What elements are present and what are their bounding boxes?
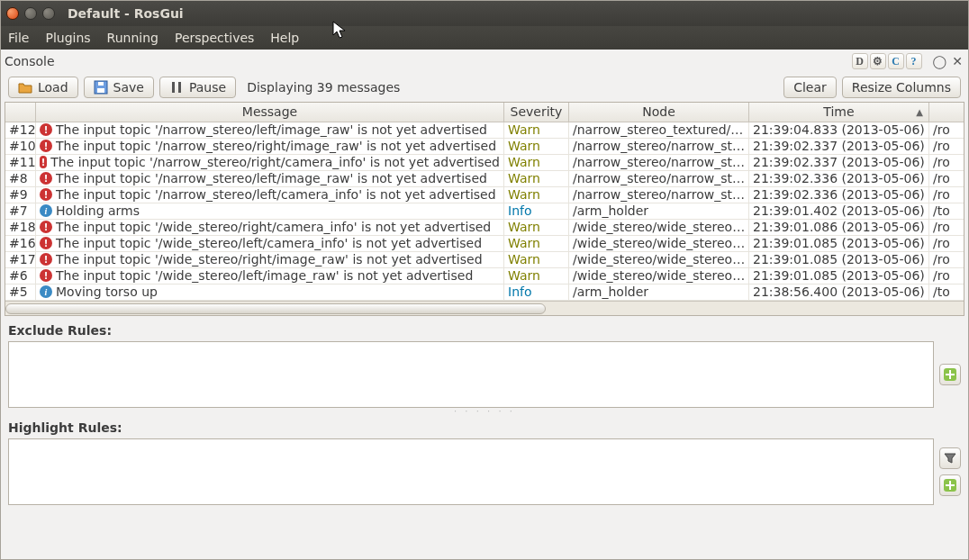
- window-close-button[interactable]: [6, 7, 19, 20]
- load-button[interactable]: Load: [8, 77, 78, 98]
- row-num: #7: [5, 203, 36, 219]
- table-row[interactable]: #8!The input topic '/narrow_stereo/left/…: [5, 171, 964, 187]
- row-extra: /ro: [929, 139, 964, 154]
- row-extra: /ro: [929, 122, 964, 138]
- row-time: 21:39:01.402 (2013-05-06): [749, 203, 929, 219]
- exclamation-icon: !: [40, 221, 52, 233]
- col-time[interactable]: Time▲: [749, 103, 929, 122]
- row-severity: Warn: [504, 268, 569, 284]
- row-message: !The input topic '/narrow_stereo/right/c…: [36, 155, 504, 170]
- row-extra: /ro: [929, 187, 964, 203]
- row-node: /wide_stereo/wide_stereo…: [569, 252, 749, 267]
- clear-button[interactable]: Clear: [783, 77, 837, 98]
- help-icon[interactable]: ?: [906, 53, 922, 69]
- row-message: !The input topic '/wide_stereo/left/came…: [36, 236, 504, 251]
- exclude-rules-label: Exclude Rules:: [1, 316, 968, 341]
- sort-asc-icon: ▲: [916, 107, 923, 117]
- window-minimize-button[interactable]: [24, 7, 37, 20]
- app-window: Default - RosGui File Plugins Running Pe…: [0, 0, 969, 560]
- row-severity: Warn: [504, 139, 569, 154]
- col-message[interactable]: Message: [36, 103, 504, 122]
- clear-button-label: Clear: [793, 80, 827, 95]
- plus-icon: [944, 479, 956, 492]
- save-button[interactable]: Save: [84, 77, 154, 98]
- row-time: 21:39:02.337 (2013-05-06): [749, 139, 929, 154]
- row-message: !The input topic '/wide_stereo/left/imag…: [36, 268, 504, 284]
- row-message: iHolding arms: [36, 203, 504, 219]
- svg-rect-4: [178, 82, 181, 93]
- row-time: 21:39:02.336 (2013-05-06): [749, 187, 929, 203]
- highlight-rules-label: Highlight Rules:: [1, 413, 968, 438]
- row-time: 21:39:02.336 (2013-05-06): [749, 171, 929, 186]
- gear-icon[interactable]: ⚙: [870, 53, 886, 69]
- filter-icon: [944, 452, 956, 465]
- resize-columns-label: Resize Columns: [852, 80, 951, 95]
- add-highlight-rule-button[interactable]: [939, 474, 961, 496]
- menu-file[interactable]: File: [8, 31, 29, 45]
- table-row[interactable]: #16!The input topic '/wide_stereo/left/c…: [5, 236, 964, 252]
- row-node: /narrow_stereo/narrow_st…: [569, 155, 749, 170]
- row-time: 21:39:01.085 (2013-05-06): [749, 236, 929, 251]
- table-row[interactable]: #6!The input topic '/wide_stereo/left/im…: [5, 268, 964, 285]
- exclude-rules-list[interactable]: [8, 341, 934, 408]
- row-extra: /ro: [929, 236, 964, 251]
- pause-button[interactable]: Pause: [159, 77, 236, 98]
- menu-help[interactable]: Help: [270, 31, 299, 45]
- info-icon: i: [40, 285, 52, 298]
- row-extra: /to: [929, 203, 964, 219]
- undock-icon[interactable]: ◯: [933, 54, 947, 68]
- row-node: /arm_holder: [569, 203, 749, 219]
- exclamation-icon: !: [40, 237, 52, 249]
- row-num: #5: [5, 285, 36, 300]
- toolbar: Load Save Pause Displaying 39 messages C…: [1, 73, 968, 102]
- exclamation-icon: !: [40, 253, 52, 266]
- message-count-label: Displaying 39 messages: [247, 80, 400, 95]
- col-severity[interactable]: Severity: [504, 103, 569, 122]
- row-num: #18: [5, 220, 36, 235]
- row-time: 21:39:01.086 (2013-05-06): [749, 220, 929, 235]
- row-num: #16: [5, 236, 36, 251]
- menu-perspectives[interactable]: Perspectives: [175, 31, 254, 45]
- highlight-options-button[interactable]: [939, 447, 961, 469]
- horizontal-scrollbar[interactable]: [5, 301, 964, 315]
- window-maximize-button[interactable]: [42, 7, 55, 20]
- row-num: #6: [5, 268, 36, 284]
- highlight-rules-list[interactable]: [8, 438, 934, 505]
- scrollbar-thumb[interactable]: [5, 303, 546, 314]
- table-row[interactable]: #17!The input topic '/wide_stereo/right/…: [5, 252, 964, 268]
- table-row[interactable]: #7iHolding armsInfo/arm_holder21:39:01.4…: [5, 203, 964, 220]
- table-body[interactable]: #12!The input topic '/narrow_stereo/left…: [5, 122, 964, 301]
- table-row[interactable]: #9!The input topic '/narrow_stereo/left/…: [5, 187, 964, 203]
- row-num: #17: [5, 252, 36, 267]
- window-titlebar: Default - RosGui: [1, 1, 968, 26]
- table-row[interactable]: #10!The input topic '/narrow_stereo/righ…: [5, 139, 964, 155]
- row-num: #11: [5, 155, 36, 170]
- resize-columns-button[interactable]: Resize Columns: [842, 77, 961, 98]
- row-severity: Warn: [504, 171, 569, 186]
- toggle-d-icon[interactable]: D: [852, 53, 868, 69]
- row-node: /narrow_stereo/narrow_st…: [569, 139, 749, 154]
- add-exclude-rule-button[interactable]: [939, 364, 961, 385]
- row-severity: Warn: [504, 236, 569, 251]
- menu-plugins[interactable]: Plugins: [45, 31, 90, 45]
- col-extra[interactable]: [929, 103, 964, 122]
- table-row[interactable]: #12!The input topic '/narrow_stereo/left…: [5, 122, 964, 139]
- close-panel-icon[interactable]: ✕: [952, 54, 963, 68]
- row-node: /arm_holder: [569, 285, 749, 300]
- table-row[interactable]: #5iMoving torso upInfo/arm_holder21:38:5…: [5, 285, 964, 301]
- menubar: File Plugins Running Perspectives Help: [1, 26, 968, 50]
- col-node[interactable]: Node: [569, 103, 749, 122]
- row-time: 21:38:56.400 (2013-05-06): [749, 285, 929, 300]
- row-extra: /to: [929, 285, 964, 300]
- col-num[interactable]: [5, 103, 36, 122]
- table-row[interactable]: #18!The input topic '/wide_stereo/right/…: [5, 220, 964, 236]
- reload-icon[interactable]: C: [888, 53, 904, 69]
- row-num: #10: [5, 139, 36, 154]
- menu-running[interactable]: Running: [107, 31, 158, 45]
- row-extra: /ro: [929, 268, 964, 284]
- row-num: #12: [5, 122, 36, 138]
- plus-icon: [944, 368, 956, 381]
- table-row[interactable]: #11!The input topic '/narrow_stereo/righ…: [5, 155, 964, 171]
- svg-rect-3: [172, 82, 175, 93]
- row-severity: Info: [504, 285, 569, 300]
